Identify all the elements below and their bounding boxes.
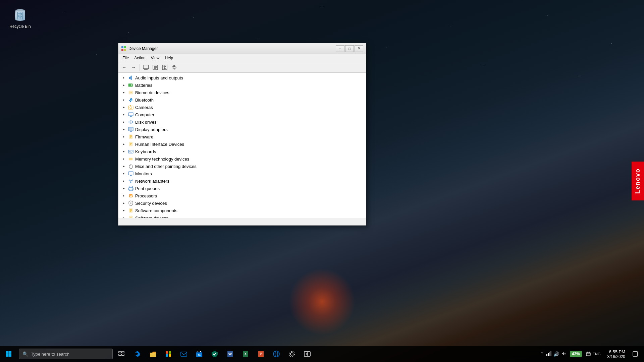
svg-rect-73 (130, 209, 132, 210)
tree-item[interactable]: ►Disk drives (118, 118, 366, 126)
menu-view[interactable]: View (148, 55, 162, 61)
tree-item[interactable]: ►Security devices (118, 199, 366, 207)
tree-item-icon (128, 134, 134, 140)
svg-rect-130 (550, 351, 551, 356)
close-button[interactable]: ✕ (355, 45, 363, 52)
menu-file[interactable]: File (120, 55, 131, 61)
minimize-button[interactable]: − (336, 45, 344, 52)
svg-point-16 (172, 65, 176, 69)
svg-rect-19 (132, 84, 133, 86)
toolbar-settings-button[interactable] (170, 63, 178, 72)
svg-point-15 (173, 66, 175, 68)
tray-ime-icon[interactable] (586, 351, 591, 357)
taskbar-word-icon[interactable]: W (223, 346, 237, 362)
tree-item[interactable]: ►Audio inputs and outputs (118, 74, 366, 81)
taskbar-settings-icon[interactable] (284, 346, 299, 362)
taskbar-excel-icon[interactable]: X (238, 346, 253, 362)
powerpoint-icon: P (257, 350, 265, 358)
svg-point-29 (130, 122, 131, 123)
tree-item[interactable]: ►Software components (118, 207, 366, 214)
tree-item[interactable]: ►Processors (118, 192, 366, 199)
tray-volume-icon[interactable]: 🔊 (553, 351, 559, 357)
tree-item[interactable]: ►Batteries (118, 81, 366, 89)
tray-speaker-cross-icon[interactable] (561, 351, 566, 357)
tree-item-label: Cameras (135, 105, 153, 110)
tree-item[interactable]: ►Firmware (118, 133, 366, 140)
maximize-button[interactable]: □ (345, 45, 354, 52)
mail-icon (180, 350, 187, 358)
tree-item[interactable]: ►Mice and other pointing devices (118, 163, 366, 170)
tray-language[interactable]: ENG (593, 352, 601, 356)
svg-point-23 (130, 107, 132, 109)
taskbar-browser2-icon[interactable] (269, 346, 284, 362)
clock[interactable]: 6:55 PM 3/16/2020 (605, 349, 628, 359)
microsoft-store-icon (165, 350, 172, 358)
tree-item[interactable]: ►Bluetooth (118, 96, 366, 104)
taskbar-powerpoint-icon[interactable]: P (254, 346, 268, 362)
svg-text:P: P (260, 352, 262, 356)
taskbar-calendar-icon[interactable]: 16 (192, 346, 207, 362)
menu-action[interactable]: Action (131, 55, 148, 61)
tree-item-label: Security devices (135, 201, 167, 206)
tree-item-label: Software components (135, 208, 177, 213)
tree-chevron-icon: ► (121, 97, 126, 103)
toolbar-update-button[interactable] (160, 63, 169, 72)
svg-rect-35 (130, 136, 132, 137)
taskbar-mail-icon[interactable] (176, 346, 191, 362)
tree-chevron-icon: ► (121, 193, 126, 198)
menu-help[interactable]: Help (162, 55, 176, 61)
toolbar-back-button[interactable]: ← (120, 63, 128, 72)
toolbar-computer-button[interactable] (142, 63, 150, 72)
tree-item-icon (128, 193, 134, 199)
lenovo-badge: Lenovo (632, 162, 644, 200)
tree-item[interactable]: ►Software devices (118, 214, 366, 218)
toolbar-forward-button[interactable]: → (129, 63, 138, 72)
start-button[interactable] (0, 346, 17, 362)
tree-item[interactable]: ►Memory technology devices (118, 155, 366, 163)
svg-rect-137 (633, 352, 638, 356)
svg-rect-105 (169, 354, 171, 357)
tree-item[interactable]: ►Biometric devices (118, 89, 366, 96)
tray-chevron-icon[interactable]: ⌃ (540, 351, 544, 357)
window-title: Device Manager (128, 46, 158, 51)
recycle-bin-icon[interactable]: Recycle Bin (7, 7, 34, 29)
svg-point-124 (306, 353, 308, 355)
device-tree[interactable]: ►Audio inputs and outputs►Batteries►Biom… (118, 73, 366, 218)
tree-item[interactable]: ►Monitors (118, 170, 366, 177)
tree-item[interactable]: ►Network adapters (118, 177, 366, 185)
svg-rect-94 (6, 354, 9, 357)
tree-item-label: Processors (135, 193, 157, 198)
taskbar-tools-icon[interactable] (300, 346, 315, 362)
notification-button[interactable] (629, 346, 641, 362)
tray-battery[interactable]: 43% (570, 351, 582, 357)
tree-item-icon (128, 207, 134, 214)
tree-item-icon (128, 200, 134, 206)
excel-icon: X (242, 350, 249, 358)
taskbar-explorer-icon[interactable] (146, 346, 160, 362)
taskbar-kaspersky-icon[interactable] (207, 346, 222, 362)
svg-rect-6 (143, 65, 149, 69)
tree-item[interactable]: ►Cameras (118, 104, 366, 111)
tree-item-icon (128, 185, 134, 191)
title-bar: Device Manager − □ ✕ (118, 43, 366, 54)
toolbar: ← → (118, 62, 366, 73)
tree-item-label: Monitors (135, 171, 152, 176)
tree-item[interactable]: ►Print queues (118, 185, 366, 192)
taskbar-edge-icon[interactable] (130, 346, 145, 362)
toolbar-properties-button[interactable] (151, 63, 160, 72)
tree-item-label: Software devices (135, 216, 168, 218)
tray-network-icon[interactable] (546, 351, 551, 357)
search-bar[interactable]: 🔍 Type here to search (19, 349, 113, 359)
tree-item[interactable]: ►Computer (118, 111, 366, 118)
tree-item[interactable]: ►Keyboards (118, 148, 366, 155)
tree-chevron-icon: ► (121, 186, 126, 191)
tree-item-label: Biometric devices (135, 90, 169, 95)
speaker-cross-icon-svg (561, 351, 566, 356)
tree-item[interactable]: ►Display adapters (118, 126, 366, 133)
search-placeholder: Type here to search (31, 352, 69, 357)
svg-line-59 (131, 180, 132, 181)
tree-item[interactable]: ►Human Interface Devices (118, 140, 366, 148)
task-view-button[interactable] (114, 346, 129, 362)
taskbar-store-icon[interactable] (161, 346, 176, 362)
svg-rect-74 (130, 210, 132, 211)
